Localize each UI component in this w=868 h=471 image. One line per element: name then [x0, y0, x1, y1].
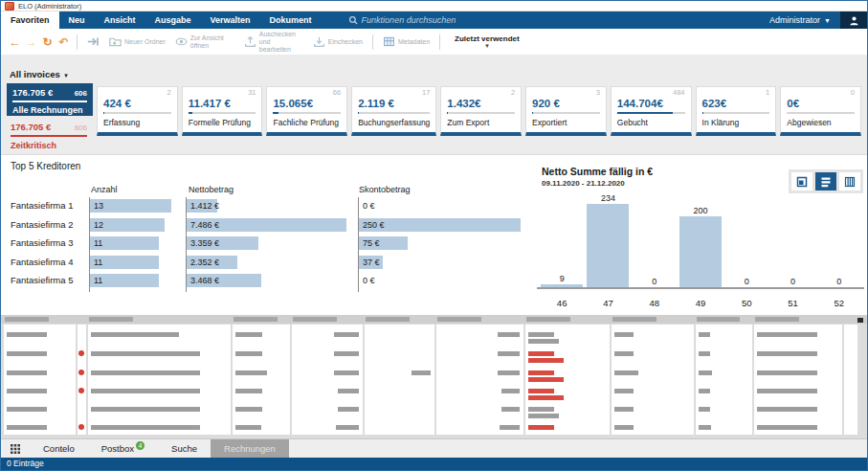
status-bar: 0 Einträge: [1, 458, 867, 470]
redacted-text-bar: [757, 407, 817, 412]
checkin-button[interactable]: Einchecken: [308, 35, 367, 48]
tab-postbox[interactable]: Postbox4: [88, 439, 158, 458]
kpi-tile-fachliche-pr-fung[interactable]: 6615.065€Fachliche Prüfung: [266, 86, 347, 136]
list-view-icon: [820, 176, 832, 188]
anzahl-value: 12: [94, 218, 103, 232]
menu-ansicht[interactable]: Ansicht: [95, 11, 145, 29]
list-header-segment: [612, 317, 657, 322]
redacted-amount-bar-red: [528, 377, 564, 382]
list-column: [292, 325, 363, 435]
kpi-tile-gebucht[interactable]: 484144.704€Gebucht: [611, 86, 692, 136]
tab-contelo[interactable]: Contelo: [30, 439, 88, 458]
tile-value: 2.119 €: [358, 98, 430, 110]
redacted-text-bar: [338, 407, 359, 412]
table-view-button[interactable]: [839, 172, 860, 191]
tile-progress-fill: [617, 112, 673, 114]
redacted-text-bar: [500, 425, 520, 430]
metadata-button[interactable]: Metadaten: [378, 35, 434, 48]
column-header-skontobetrag: Skontobetrag: [359, 185, 411, 194]
tile-view-button[interactable]: [791, 172, 812, 191]
menu-ausgabe[interactable]: Ausgabe: [145, 11, 201, 29]
tile-value: 176.705 €: [11, 122, 51, 132]
list-column: [88, 325, 231, 435]
due-sum-chart: Netto Summe fällig in € 09.11.2020 - 21.…: [535, 155, 867, 316]
chart-title: Netto Summe fällig in €: [542, 166, 653, 177]
title-bar: ELO (Administrator): [1, 1, 867, 11]
kpi-tile-zum-export[interactable]: 21.432€Zum Export: [440, 86, 522, 136]
list-view-button[interactable]: [815, 172, 836, 191]
function-search[interactable]: Funktionen durchsuchen: [348, 11, 456, 29]
menu-dokument[interactable]: Dokument: [260, 11, 322, 29]
entry-count: 0 Einträge: [7, 459, 44, 468]
chart-bar-slot: 234: [585, 193, 631, 287]
kpi-tile-erfassung[interactable]: 2424 €Erfassung: [97, 86, 178, 136]
tab-rechnungen[interactable]: Rechnungen: [211, 439, 289, 458]
download-icon: [313, 35, 325, 48]
tile-progress-fill: [447, 112, 448, 114]
tile-label: Erfassung: [103, 118, 171, 127]
redacted-text-bar: [235, 407, 262, 412]
refresh-button[interactable]: ↻: [39, 35, 56, 49]
user-menu[interactable]: Administrator ▼: [760, 11, 840, 29]
tile-label: Zeitkritisch: [11, 141, 87, 150]
column-header-nettobetrag: Nettobetrag: [189, 185, 234, 194]
redacted-text-bar: [757, 425, 817, 430]
chevron-down-icon: ▼: [455, 43, 520, 49]
kpi-tile-formelle-pr-fung[interactable]: 3111.417 €Formelle Prüfung: [182, 86, 263, 136]
tile-value: 623€: [702, 98, 770, 110]
view-selector[interactable]: All invoices ▾: [10, 64, 68, 80]
invoice-result-list-redacted[interactable]: [1, 315, 867, 438]
top5-title: Top 5 Kreditoren: [11, 161, 80, 171]
recent-used-button[interactable]: Zuletzt verwendet ▼: [455, 34, 520, 49]
anzahl-value: 11: [94, 256, 102, 269]
tile-progress-fill: [189, 112, 193, 114]
tile-progress-fill: [358, 112, 359, 114]
redacted-text-bar: [501, 389, 520, 393]
redacted-text-bar: [699, 407, 710, 412]
tab-label: Suche: [171, 443, 197, 454]
tile-count: 3: [532, 88, 600, 98]
redacted-text-bar: [699, 389, 710, 393]
kpi-tile-alle-rechnungen[interactable]: 176.705 € 606 Alle Rechnungen: [7, 83, 93, 116]
user-avatar-button[interactable]: [840, 11, 867, 29]
menu-neu[interactable]: Neu: [59, 11, 95, 29]
kpi-tile-in-kl-rung[interactable]: 1623€In Klärung: [696, 86, 777, 136]
tile-count: 0: [787, 88, 855, 98]
new-folder-button[interactable]: Neuer Ordner: [104, 35, 170, 48]
tab-suche[interactable]: Suche: [158, 439, 211, 458]
kpi-tile-abgewiesen[interactable]: 00€Abgewiesen: [780, 86, 861, 136]
redacted-text-bar: [7, 370, 47, 375]
redacted-text-bar: [757, 370, 817, 375]
eye-icon: [175, 35, 188, 48]
apps-grid-button[interactable]: [1, 439, 30, 458]
table-icon: [383, 35, 395, 48]
list-column: [78, 325, 86, 435]
menu-favoriten[interactable]: Favoriten: [1, 11, 59, 29]
goto-button[interactable]: [82, 35, 104, 48]
scrollbar-thumb[interactable]: [857, 318, 863, 323]
checkout-button[interactable]: Auschecken und bearbeiten: [239, 31, 308, 54]
search-icon: [348, 15, 358, 25]
tile-label: Exportiert: [532, 118, 600, 127]
table-view-icon: [844, 176, 856, 188]
creditor-name: Fantasiefirma 4: [11, 256, 73, 269]
chart-view-toggles: [789, 169, 863, 193]
back-button[interactable]: ←: [7, 35, 23, 49]
kpi-tile-buchungserfassung[interactable]: 172.119 €Buchungserfassung: [351, 86, 436, 136]
tab-label: Postbox: [101, 443, 134, 454]
menu-verwalten[interactable]: Verwalten: [201, 11, 260, 29]
list-header-segment: [293, 317, 337, 322]
tile-count: 1: [702, 88, 770, 98]
undo-button[interactable]: ↶: [56, 35, 72, 49]
redacted-text-bar: [235, 351, 262, 356]
kpi-tile-exportiert[interactable]: 3920 €Exportiert: [525, 86, 607, 136]
tile-count: 2: [447, 88, 515, 98]
redacted-text-bar: [338, 389, 359, 393]
list-header-segment: [5, 317, 49, 322]
toolbar-separator: [439, 34, 440, 50]
open-view-button[interactable]: Zur Ansicht öffnen: [170, 34, 239, 50]
status-dot-red: [78, 424, 84, 430]
tile-value: 176.705 €: [12, 87, 53, 98]
kpi-tile-zeitkritisch[interactable]: 176.705 € 606 Zeitkritisch: [7, 116, 93, 150]
forward-button[interactable]: →: [23, 35, 39, 49]
